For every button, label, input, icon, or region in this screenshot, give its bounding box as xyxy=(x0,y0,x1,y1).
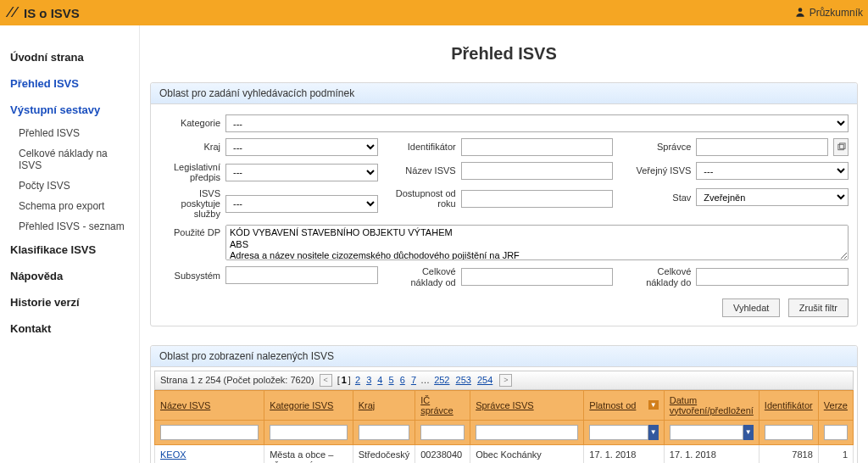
select-kategorie[interactable]: --- xyxy=(225,114,849,132)
filter-platnost[interactable] xyxy=(589,425,648,440)
col-platnost[interactable]: Platnost od xyxy=(589,400,636,410)
col-kraj[interactable]: Kraj xyxy=(359,400,376,410)
spravce-picker-button[interactable] xyxy=(833,138,849,156)
nav-overview[interactable]: Přehled ISVS xyxy=(0,70,139,97)
nav-out-schema[interactable]: Schema pro export xyxy=(0,196,139,216)
select-stav[interactable]: Zveřejněn xyxy=(696,188,849,206)
brand-text: IS o ISVS xyxy=(24,6,80,20)
filter-datum[interactable] xyxy=(670,425,743,440)
col-ic[interactable]: IČ správce xyxy=(420,395,453,416)
input-identifikator[interactable] xyxy=(461,138,614,156)
col-verze[interactable]: Verze xyxy=(824,400,848,410)
label-spravce: Správce xyxy=(630,142,691,152)
input-nazev[interactable] xyxy=(461,162,614,180)
select-dp[interactable]: KÓD VYBAVENÍ STAVEBNÍHO OBJEKTU VÝTAHEM … xyxy=(225,225,849,260)
results-table: Název ISVS Kategorie ISVS Kraj IČ správc… xyxy=(154,390,854,463)
col-spravce[interactable]: Správce ISVS xyxy=(476,400,533,410)
label-nazev: Název ISVS xyxy=(395,165,456,176)
nav-history[interactable]: Historie verzí xyxy=(0,289,139,315)
input-naklady-od[interactable] xyxy=(461,268,614,286)
pager-page-4[interactable]: 4 xyxy=(377,375,382,385)
page-title: Přehled ISVS xyxy=(150,44,858,64)
label-identifikator: Identifikátor xyxy=(395,142,456,152)
filter-platnost-dd-icon[interactable]: ▼ xyxy=(648,425,659,440)
pager-prev-button[interactable]: < xyxy=(320,374,332,387)
label-kategorie: Kategorie xyxy=(159,118,220,128)
label-leg: Legislativní předpis xyxy=(159,162,220,182)
results-panel: Oblast pro zobrazení nalezených ISVS Str… xyxy=(150,345,858,463)
pager-bar: Strana 1 z 254 (Počet položek: 7620) < [… xyxy=(154,371,854,390)
nav-outputs[interactable]: Výstupní sestavy xyxy=(0,97,139,123)
row-platnost: 17. 1. 2018 xyxy=(584,444,664,463)
table-header-row: Název ISVS Kategorie ISVS Kraj IČ správc… xyxy=(155,390,854,420)
clear-filter-button[interactable]: Zrušit filtr xyxy=(788,298,849,317)
label-naklady-od: Celkové náklady od xyxy=(395,266,456,287)
col-nazev[interactable]: Název ISVS xyxy=(160,400,210,410)
nav-out-overview[interactable]: Přehled ISVS xyxy=(0,123,139,143)
nav-out-costs[interactable]: Celkové náklady na ISVS xyxy=(0,143,139,176)
pager-page-6[interactable]: 6 xyxy=(400,375,405,385)
pager-links: [1] 2 3 4 5 6 7 … 252 253 254 xyxy=(337,375,495,385)
row-nazev-link[interactable]: KEOX xyxy=(160,449,186,460)
filter-ic[interactable] xyxy=(420,425,465,440)
sort-desc-icon: ▼ xyxy=(648,400,659,410)
pager-page-7[interactable]: 7 xyxy=(411,375,416,385)
nav-home[interactable]: Úvodní strana xyxy=(0,44,139,70)
label-verejny: Veřejný ISVS xyxy=(630,165,691,176)
row-spravce: Obec Kochánky xyxy=(470,444,584,463)
col-ident[interactable]: Identifikátor xyxy=(765,400,813,410)
label-poskytuje: ISVS poskytuje služby xyxy=(159,188,220,219)
filter-nazev[interactable] xyxy=(160,425,259,440)
input-naklady-do[interactable] xyxy=(696,268,849,286)
search-panel-heading: Oblast pro zadání vyhledávacích podmínek xyxy=(151,83,857,104)
filter-spravce[interactable] xyxy=(476,425,578,440)
table-row: KEOXMěsta a obce – přenesená působnostSt… xyxy=(155,444,854,463)
select-verejny[interactable]: --- xyxy=(696,162,849,180)
pager-page-3[interactable]: 3 xyxy=(366,375,371,385)
filter-kategorie[interactable] xyxy=(270,425,348,440)
pager-page-252[interactable]: 252 xyxy=(434,375,449,385)
select-poskytuje[interactable]: --- xyxy=(225,195,378,213)
col-datum[interactable]: Datum vytvoření/předložení xyxy=(670,395,754,416)
brand: IS o ISVS xyxy=(5,4,80,22)
user-badge[interactable]: Průzkumník xyxy=(794,6,863,20)
nav-help[interactable]: Nápověda xyxy=(0,263,139,289)
pager-page-2[interactable]: 2 xyxy=(355,375,360,385)
pager-page-253[interactable]: 253 xyxy=(456,375,471,385)
sidebar: Úvodní strana Přehled ISVS Výstupní sest… xyxy=(0,25,140,463)
select-kraj[interactable]: --- xyxy=(225,138,378,156)
label-stav: Stav xyxy=(630,192,691,203)
label-naklady-do: Celkové náklady do xyxy=(630,266,691,287)
label-dostupnost: Dostupnost od roku xyxy=(395,188,456,209)
filter-kraj[interactable] xyxy=(359,425,410,440)
pager-page-5[interactable]: 5 xyxy=(389,375,394,385)
pager-next-button[interactable]: > xyxy=(499,374,512,387)
label-subsystem: Subsystém xyxy=(159,271,220,281)
select-leg[interactable]: --- xyxy=(225,164,378,181)
filter-verze[interactable] xyxy=(824,425,848,440)
filter-datum-dd-icon[interactable]: ▼ xyxy=(743,425,754,440)
row-ident: 7818 xyxy=(759,444,818,463)
user-icon xyxy=(794,6,806,20)
row-kategorie: Města a obce – přenesená působnost xyxy=(264,444,353,463)
pager-page-254[interactable]: 254 xyxy=(477,375,492,385)
svg-point-0 xyxy=(798,8,802,12)
pager-page-1: 1 xyxy=(342,375,347,385)
user-name: Průzkumník xyxy=(810,7,863,19)
col-kategorie[interactable]: Kategorie ISVS xyxy=(270,400,333,410)
filter-ident[interactable] xyxy=(765,425,813,440)
input-subsystem[interactable] xyxy=(225,266,378,284)
input-dostupnost[interactable] xyxy=(461,190,614,208)
nav-out-list[interactable]: Přehled ISVS - seznam xyxy=(0,216,139,237)
label-dp: Použité DP xyxy=(159,225,220,237)
row-kraj: Středočeský xyxy=(353,444,415,463)
row-ic: 00238040 xyxy=(415,444,470,463)
search-button[interactable]: Vyhledat xyxy=(722,298,780,317)
table-filter-row: ▼ ▼ xyxy=(155,420,854,444)
input-spravce[interactable] xyxy=(696,138,828,156)
nav-classif[interactable]: Klasifikace ISVS xyxy=(0,237,139,263)
nav-contact[interactable]: Kontakt xyxy=(0,315,139,342)
row-datum: 17. 1. 2018 xyxy=(664,444,759,463)
nav-out-counts[interactable]: Počty ISVS xyxy=(0,176,139,196)
search-panel: Oblast pro zadání vyhledávacích podmínek… xyxy=(150,82,858,326)
